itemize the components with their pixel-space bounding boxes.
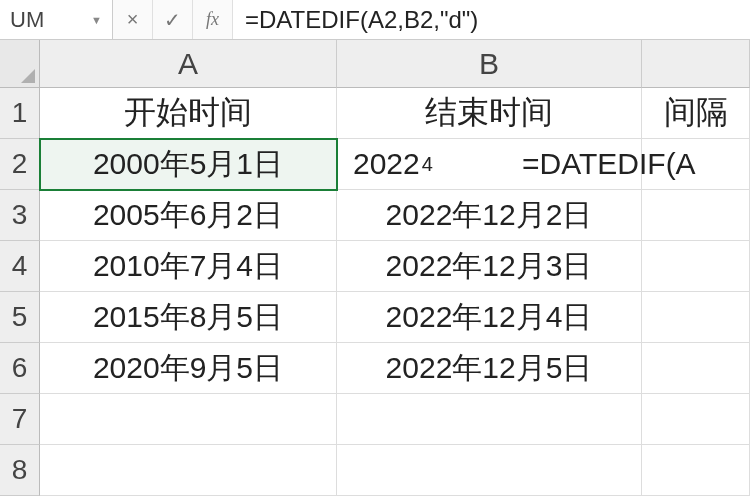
- table-row: 2020年9月5日 2022年12月5日: [40, 343, 750, 394]
- cell-a8[interactable]: [40, 445, 337, 496]
- cell-c2[interactable]: =DATEDIF(A: [642, 139, 750, 190]
- row-header-1[interactable]: 1: [0, 88, 40, 139]
- formula-bar: UM ▼ × ✓ fx =DATEDIF(A2,B2,"d"): [0, 0, 750, 40]
- name-box-text: UM: [10, 7, 44, 33]
- cell-c1[interactable]: 间隔: [642, 88, 750, 139]
- fx-button[interactable]: fx: [193, 0, 233, 39]
- chevron-down-icon: ▼: [91, 14, 102, 26]
- cell-a1[interactable]: 开始时间: [40, 88, 337, 139]
- cell-b8[interactable]: [337, 445, 642, 496]
- cell-a6[interactable]: 2020年9月5日: [40, 343, 337, 394]
- cell-c4[interactable]: [642, 241, 750, 292]
- row-headers: 1 2 3 4 5 6 7 8: [0, 88, 40, 496]
- cancel-button[interactable]: ×: [113, 0, 153, 39]
- row-header-5[interactable]: 5: [0, 292, 40, 343]
- cell-b3[interactable]: 2022年12月2日: [337, 190, 642, 241]
- cell-a5[interactable]: 2015年8月5日: [40, 292, 337, 343]
- col-header-c[interactable]: [642, 40, 750, 88]
- select-all-corner[interactable]: [0, 40, 40, 88]
- name-box[interactable]: UM ▼: [0, 0, 113, 39]
- cell-b5[interactable]: 2022年12月4日: [337, 292, 642, 343]
- table-row: 2010年7月4日 2022年12月3日: [40, 241, 750, 292]
- cell-c3[interactable]: [642, 190, 750, 241]
- cell-a2[interactable]: 2000年5月1日: [40, 139, 337, 190]
- formula-input[interactable]: =DATEDIF(A2,B2,"d"): [233, 0, 750, 39]
- cell-a7[interactable]: [40, 394, 337, 445]
- row-header-6[interactable]: 6: [0, 343, 40, 394]
- cell-c6[interactable]: [642, 343, 750, 394]
- cell-c8[interactable]: [642, 445, 750, 496]
- cell-b1[interactable]: 结束时间: [337, 88, 642, 139]
- cell-b4[interactable]: 2022年12月3日: [337, 241, 642, 292]
- cell-a3[interactable]: 2005年6月2日: [40, 190, 337, 241]
- table-row: 开始时间 结束时间 间隔: [40, 88, 750, 139]
- spreadsheet-grid: A B 1 2 3 4 5 6 7 8 开始时间 结束时间 间隔 2000年5月…: [0, 40, 750, 500]
- confirm-button[interactable]: ✓: [153, 0, 193, 39]
- cell-c5[interactable]: [642, 292, 750, 343]
- column-headers: A B: [40, 40, 750, 88]
- cell-a4[interactable]: 2010年7月4日: [40, 241, 337, 292]
- col-header-b[interactable]: B: [337, 40, 642, 88]
- cell-b2[interactable]: 20224: [337, 139, 642, 190]
- row-header-7[interactable]: 7: [0, 394, 40, 445]
- table-row: 2005年6月2日 2022年12月2日: [40, 190, 750, 241]
- table-row: 2015年8月5日 2022年12月4日: [40, 292, 750, 343]
- table-row: [40, 394, 750, 445]
- row-header-4[interactable]: 4: [0, 241, 40, 292]
- cell-b6[interactable]: 2022年12月5日: [337, 343, 642, 394]
- cell-b7[interactable]: [337, 394, 642, 445]
- row-header-2[interactable]: 2: [0, 139, 40, 190]
- col-header-a[interactable]: A: [40, 40, 337, 88]
- fraction-marker: 4: [422, 153, 433, 176]
- cells-area: 开始时间 结束时间 间隔 2000年5月1日 20224 =DATEDIF(A …: [40, 88, 750, 500]
- table-row: [40, 445, 750, 496]
- row-header-3[interactable]: 3: [0, 190, 40, 241]
- cell-b2-text: 2022: [353, 147, 420, 181]
- row-header-8[interactable]: 8: [0, 445, 40, 496]
- table-row: 2000年5月1日 20224 =DATEDIF(A: [40, 139, 750, 190]
- cell-c7[interactable]: [642, 394, 750, 445]
